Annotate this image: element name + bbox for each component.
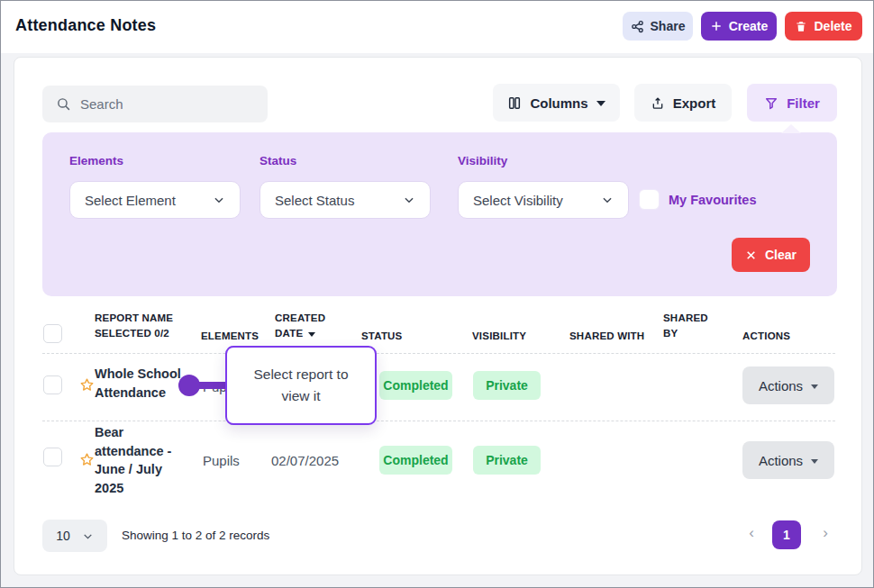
shared-by-header-line1: SHARED [663, 312, 708, 323]
elements-select[interactable]: Select Element [69, 181, 241, 219]
shared-by-header-line2: BY [663, 328, 708, 339]
chevron-down-icon [596, 101, 605, 106]
filter-icon [764, 95, 778, 111]
column-header-status[interactable]: STATUS [361, 330, 403, 341]
chevron-down-icon [82, 530, 94, 542]
tour-popup: Select report to view it [225, 346, 377, 425]
actions-button-label: Actions [759, 453, 803, 468]
export-button[interactable]: Export [634, 84, 732, 122]
search-icon [56, 96, 71, 112]
status-badge: Completed [379, 371, 452, 400]
report-name-header-line2: SELECTED 0/2 [95, 328, 173, 339]
chevron-down-icon [811, 459, 818, 464]
search-box[interactable] [42, 86, 268, 122]
plus-icon [710, 20, 723, 32]
records-summary: Showing 1 to 2 of 2 records [122, 529, 269, 542]
chevron-down-icon [811, 384, 818, 389]
elements-cell: Pupils [203, 453, 240, 468]
status-filter-label: Status [259, 154, 296, 167]
filter-button-label: Filter [787, 95, 820, 111]
report-name-header-line1: REPORT NAME [95, 312, 173, 323]
created-date-header-line1: CREATED [275, 312, 325, 323]
export-button-label: Export [673, 95, 716, 111]
created-date-header-line2: DATE [275, 328, 303, 339]
page-size-select[interactable]: 10 [42, 520, 107, 552]
status-select[interactable]: Select Status [259, 181, 431, 219]
trash-icon [795, 20, 807, 33]
status-select-value: Select Status [275, 193, 354, 208]
delete-button-label: Delete [814, 19, 851, 33]
top-bar: Attendance Notes Share Create [1, 1, 873, 53]
pagination-page-1-button[interactable]: 1 [772, 520, 801, 549]
actions-button[interactable]: Actions [742, 441, 834, 479]
created-date-cell: 02/07/2025 [271, 453, 339, 468]
visibility-select-value: Select Visibility [473, 193, 563, 208]
elements-select-value: Select Element [85, 193, 176, 208]
row-checkbox[interactable] [43, 448, 62, 466]
tour-beacon-icon[interactable] [178, 375, 200, 396]
select-all-checkbox[interactable] [43, 324, 62, 343]
favourite-star-icon[interactable] [79, 377, 95, 393]
visibility-select[interactable]: Select Visibility [458, 181, 629, 219]
my-favourites-checkbox[interactable] [639, 189, 660, 210]
create-button-label: Create [729, 19, 769, 33]
actions-button-label: Actions [759, 378, 803, 394]
column-header-shared-with[interactable]: SHARED WITH [569, 330, 644, 341]
row-checkbox[interactable] [43, 375, 62, 394]
tour-popup-text: Select report to view it [242, 364, 360, 407]
filter-panel: Elements Select Element Status Select St… [42, 132, 837, 296]
columns-button-label: Columns [530, 95, 587, 111]
share-button[interactable]: Share [623, 12, 693, 41]
filter-button[interactable]: Filter [747, 84, 837, 122]
pagination-prev-button[interactable]: ‹ [742, 524, 760, 542]
column-header-report-name[interactable]: REPORT NAME SELECTED 0/2 [95, 312, 173, 339]
create-button[interactable]: Create [701, 12, 777, 41]
page-size-value: 10 [56, 529, 70, 543]
columns-icon [507, 95, 522, 111]
visibility-badge: Private [473, 446, 541, 475]
chevron-down-icon [213, 194, 225, 206]
actions-button[interactable]: Actions [742, 366, 834, 404]
attendance-notes-card: Columns Export Filter Elements [14, 57, 862, 575]
clear-filters-button[interactable]: Clear [732, 238, 810, 272]
row-divider [42, 353, 835, 354]
column-header-elements[interactable]: ELEMENTS [201, 330, 259, 341]
row-divider [42, 421, 835, 421]
attendance-notes-page: Attendance Notes Share Create [0, 0, 874, 588]
pagination-next-button[interactable]: › [816, 524, 834, 542]
column-header-actions: ACTIONS [742, 330, 790, 341]
elements-filter-label: Elements [69, 154, 123, 167]
close-icon [745, 249, 757, 261]
search-input[interactable] [80, 96, 251, 112]
visibility-badge: Private [473, 371, 541, 400]
share-button-label: Share [651, 19, 686, 33]
share-icon [631, 20, 644, 33]
columns-button[interactable]: Columns [493, 84, 620, 122]
column-header-visibility[interactable]: VISIBILITY [472, 330, 526, 341]
status-badge: Completed [379, 446, 452, 475]
chevron-down-icon [601, 194, 614, 206]
column-header-created-date[interactable]: CREATED DATE [275, 312, 325, 339]
clear-button-label: Clear [765, 248, 797, 262]
column-header-shared-by[interactable]: SHARED BY [663, 312, 708, 339]
my-favourites-label: My Favourites [669, 193, 757, 207]
favourite-star-icon[interactable] [79, 452, 95, 467]
export-icon [651, 95, 665, 111]
filter-panel-arrow-icon [781, 124, 801, 133]
report-name-link[interactable]: Bear attendance - June / July 2025 [95, 423, 194, 497]
visibility-filter-label: Visibility [458, 154, 507, 167]
delete-button[interactable]: Delete [785, 12, 862, 41]
page-title: Attendance Notes [15, 16, 156, 35]
chevron-down-icon [403, 194, 415, 206]
sort-desc-icon[interactable] [308, 332, 315, 337]
